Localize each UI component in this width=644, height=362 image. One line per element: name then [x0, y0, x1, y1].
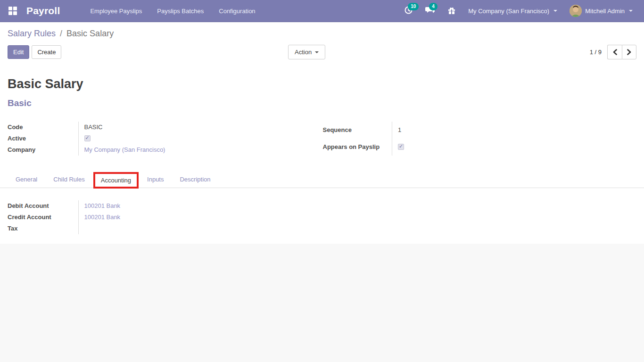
field-group: Code BASIC Active Company My Company (Sa… — [8, 122, 636, 156]
active-checkbox — [84, 135, 91, 141]
code-label: Code — [8, 122, 78, 133]
company-label: Company — [8, 144, 78, 156]
tab-child-rules[interactable]: Child Rules — [45, 171, 92, 188]
breadcrumb: Salary Rules / Basic Salary — [8, 29, 636, 39]
annotation-highlight-box: Accounting — [93, 172, 139, 189]
breadcrumb-salary-rules[interactable]: Salary Rules — [8, 29, 56, 38]
chevron-down-icon — [315, 51, 319, 53]
form-sheet: Basic Salary Basic Code BASIC Active Com… — [0, 77, 644, 156]
record-title: Basic Salary — [8, 77, 636, 91]
pager-previous-button[interactable] — [607, 45, 622, 59]
field-row-sequence: Sequence 1 — [323, 122, 637, 139]
user-name: Mitchell Admin — [585, 8, 625, 15]
chevron-right-icon — [627, 49, 632, 55]
edit-button[interactable]: Edit — [8, 45, 29, 59]
menu-configuration[interactable]: Configuration — [213, 4, 261, 18]
company-name: My Company (San Francisco) — [468, 8, 549, 15]
debit-account-label: Debit Account — [8, 200, 78, 212]
field-row-company: Company My Company (San Francisco) — [8, 144, 322, 156]
accounting-field-column: Debit Account 100201 Bank Credit Account… — [8, 200, 309, 234]
tax-value — [78, 223, 309, 234]
tax-label: Tax — [8, 223, 78, 234]
notebook-tabs: General Child Rules Accounting Inputs De… — [0, 171, 644, 188]
record-category: Basic — [8, 98, 636, 108]
pager-next-button[interactable] — [622, 45, 636, 59]
menu-payslips-batches[interactable]: Payslips Batches — [151, 4, 209, 18]
systray: 10 4 My Company (San Francisco) Mitchell… — [399, 2, 637, 20]
avatar — [570, 5, 582, 17]
field-row-code: Code BASIC — [8, 122, 322, 133]
field-column-right: Sequence 1 Appears on Payslip — [323, 122, 637, 156]
accounting-tab-content: Debit Account 100201 Bank Credit Account… — [0, 188, 644, 234]
pager-counter[interactable]: 1 / 9 — [590, 49, 602, 56]
gift-icon — [447, 6, 456, 16]
tab-general[interactable]: General — [8, 171, 45, 188]
credit-account-value-link[interactable]: 100201 Bank — [84, 214, 121, 221]
create-button[interactable]: Create — [32, 45, 61, 59]
messages-button[interactable]: 4 — [421, 3, 440, 19]
message-count-badge: 4 — [429, 3, 438, 10]
tab-inputs[interactable]: Inputs — [139, 171, 172, 188]
menu-employee-payslips[interactable]: Employee Payslips — [84, 4, 148, 18]
activity-count-badge: 10 — [408, 3, 419, 10]
code-value: BASIC — [78, 122, 322, 133]
breadcrumb-current: Basic Salary — [66, 29, 114, 38]
control-panel: Salary Rules / Basic Salary Edit Create … — [0, 22, 644, 59]
pager: 1 / 9 — [590, 45, 636, 59]
sequence-value: 1 — [392, 122, 637, 139]
sequence-label: Sequence — [323, 122, 392, 139]
field-row-active: Active — [8, 133, 322, 144]
field-row-appears-on-payslip: Appears on Payslip — [323, 139, 637, 156]
appears-on-payslip-checkbox — [398, 144, 404, 150]
active-label: Active — [8, 133, 78, 144]
field-row-tax: Tax — [8, 223, 309, 234]
credit-account-label: Credit Account — [8, 212, 78, 223]
chevron-left-icon — [612, 49, 618, 55]
main-menu: Employee Payslips Payslips Batches Confi… — [84, 4, 261, 18]
breadcrumb-separator: / — [60, 29, 62, 38]
field-row-credit-account: Credit Account 100201 Bank — [8, 212, 309, 223]
field-row-debit-account: Debit Account 100201 Bank — [8, 200, 309, 212]
apps-menu-icon[interactable] — [8, 6, 18, 16]
activities-button[interactable]: 10 — [399, 3, 418, 19]
chevron-down-icon — [553, 10, 557, 12]
app-brand[interactable]: Payroll — [26, 5, 60, 16]
company-switcher[interactable]: My Company (San Francisco) — [463, 5, 562, 17]
user-menu[interactable]: Mitchell Admin — [565, 2, 637, 20]
company-value-link[interactable]: My Company (San Francisco) — [84, 146, 165, 153]
tab-description[interactable]: Description — [172, 171, 218, 188]
action-dropdown-button[interactable]: Action — [288, 45, 325, 59]
debit-account-value-link[interactable]: 100201 Bank — [84, 202, 121, 209]
top-navbar: Payroll Employee Payslips Payslips Batch… — [0, 0, 644, 22]
tab-accounting[interactable]: Accounting — [101, 177, 131, 184]
field-column-left: Code BASIC Active Company My Company (Sa… — [8, 122, 322, 156]
action-label: Action — [295, 49, 312, 56]
chevron-down-icon — [629, 10, 633, 12]
appears-on-payslip-label: Appears on Payslip — [323, 139, 392, 156]
main-content: Salary Rules / Basic Salary Edit Create … — [0, 22, 644, 244]
gift-button[interactable] — [443, 3, 461, 19]
